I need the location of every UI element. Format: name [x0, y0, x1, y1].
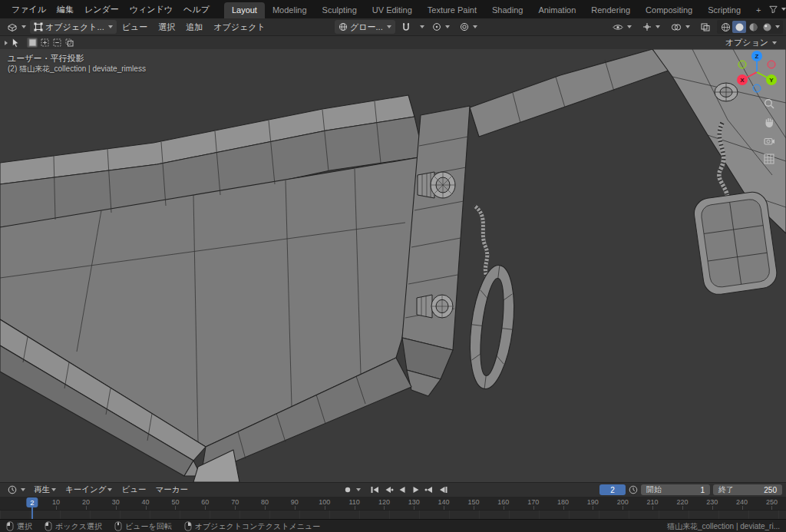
overlays-toggle[interactable]: [667, 20, 694, 34]
ruler-tick-mark: [652, 506, 653, 510]
navigation-gizmo[interactable]: Z X Y: [735, 49, 778, 95]
camera-view-button[interactable]: [762, 134, 776, 147]
current-frame-field[interactable]: 2: [599, 484, 626, 495]
topbar-menu[interactable]: ファイル: [6, 0, 51, 18]
select-mode-subtract-button[interactable]: [51, 38, 62, 48]
workspace-tab[interactable]: Layout: [224, 2, 265, 18]
playhead-line[interactable]: [31, 507, 33, 519]
filter-icon: [768, 5, 778, 14]
tool-settings-bar: オプション: [0, 36, 786, 49]
workspace-tab[interactable]: Sculpting: [315, 2, 365, 18]
chevron-down-icon: [108, 25, 113, 28]
workspace-tab[interactable]: Rendering: [583, 2, 638, 18]
jump-to-end-button[interactable]: [437, 484, 450, 496]
orthographic-toggle-button[interactable]: [762, 152, 776, 166]
timeline-editor-type-button[interactable]: [4, 484, 29, 496]
ruler-tick-mark: [146, 506, 147, 510]
snap-toggle[interactable]: [398, 20, 414, 34]
gizmo-neg-z-ball[interactable]: [753, 84, 761, 92]
timeline-ruler[interactable]: 2 10203040506070809010011012013014015016…: [0, 496, 786, 510]
gizmo-neg-y-ball[interactable]: [738, 61, 746, 68]
statusbar-hint-label: オブジェクトコンテクストメニュー: [195, 521, 321, 532]
topbar-menu[interactable]: 編集: [51, 0, 79, 18]
gizmo-icon: [642, 22, 652, 31]
shading-material-button[interactable]: [746, 21, 760, 33]
topbar-menu[interactable]: ウィンドウ: [124, 0, 178, 18]
timeline-menu[interactable]: キーイング: [61, 484, 117, 495]
end-frame-label: 終了: [718, 484, 734, 495]
toolbar-expand-icon[interactable]: [5, 41, 8, 45]
end-frame-field[interactable]: 終了 250: [713, 484, 782, 495]
workspace-tab[interactable]: Animation: [530, 2, 583, 18]
glasses-wireframe-model: [0, 49, 786, 482]
select-set-icon: [28, 38, 37, 47]
object-visibility-dropdown[interactable]: [609, 20, 636, 34]
workspace-tab[interactable]: +: [748, 2, 768, 18]
statusbar-hint: ビューを回転: [114, 521, 172, 532]
ruler-frame-label: 120: [378, 498, 390, 506]
proportional-edit-dropdown[interactable]: [456, 20, 481, 34]
snap-settings-dropdown[interactable]: [417, 20, 426, 34]
options-dropdown[interactable]: オプション: [721, 37, 781, 48]
overlays-icon: [671, 23, 682, 31]
previous-keyframe-button[interactable]: [381, 484, 395, 496]
active-tool-cursor-icon[interactable]: [12, 38, 20, 48]
ruler-frame-label: 190: [587, 498, 599, 506]
timeline-menu[interactable]: 再生: [29, 484, 61, 495]
start-frame-field[interactable]: 開始 1: [641, 484, 710, 495]
xray-icon: [701, 23, 710, 31]
workspace-tab[interactable]: Shading: [484, 2, 530, 18]
timeline-menu[interactable]: マーカー: [150, 484, 193, 495]
viewport-menu[interactable]: オブジェクト: [208, 18, 271, 35]
select-mode-intersect-button[interactable]: [64, 38, 74, 48]
shading-rendered-button[interactable]: [760, 21, 774, 33]
chevron-down-icon: [775, 25, 780, 28]
auto-keying-toggle[interactable]: [341, 484, 354, 496]
next-keyframe-button[interactable]: [423, 484, 436, 496]
record-dot-icon: [344, 486, 352, 494]
ruler-tick-mark: [175, 506, 176, 510]
jump-to-start-button[interactable]: [368, 484, 381, 496]
topbar-menu[interactable]: ヘルプ: [178, 0, 215, 18]
gizmos-toggle[interactable]: [639, 20, 664, 34]
workspace-tab[interactable]: Compositing: [638, 2, 700, 18]
play-reverse-button[interactable]: [395, 484, 408, 496]
viewport-3d[interactable]: ユーザー・平行投影 (2) 猫山来花_collection | deviate_…: [0, 49, 786, 482]
viewport-menu[interactable]: ビュー: [117, 18, 154, 35]
editor-type-button[interactable]: [3, 20, 30, 34]
select-mode-buttons: [27, 38, 74, 48]
mode-selector[interactable]: オブジェクト...: [30, 20, 117, 34]
playback-sync-icon[interactable]: [629, 485, 638, 494]
workspace-tab[interactable]: Scripting: [700, 2, 748, 18]
workspace-tab[interactable]: Modeling: [265, 2, 315, 18]
shading-wireframe-button[interactable]: [718, 21, 732, 33]
magnifier-icon: [764, 98, 775, 110]
workspace-tab[interactable]: Texture Paint: [420, 2, 484, 18]
gizmo-neg-x-ball[interactable]: [768, 61, 775, 68]
timeline-menu[interactable]: ビュー: [117, 484, 150, 495]
viewport-menu[interactable]: 追加: [180, 18, 208, 35]
xray-toggle[interactable]: [697, 20, 714, 34]
viewport-menu[interactable]: 選択: [153, 18, 180, 35]
pivot-point-dropdown[interactable]: [428, 20, 454, 34]
ruler-frame-label: 130: [408, 498, 420, 506]
gizmo-x-label: X: [740, 77, 745, 84]
active-tool-filter-button[interactable]: [768, 5, 786, 14]
topbar-menu[interactable]: レンダー: [79, 0, 124, 18]
select-intersect-icon: [65, 38, 74, 47]
grid-icon: [764, 154, 774, 164]
ruler-tick-mark: [86, 506, 87, 510]
shading-solid-button[interactable]: [732, 21, 746, 33]
zoom-button[interactable]: [762, 97, 776, 111]
visibility-icon: [613, 23, 623, 31]
view-name-overlay: ユーザー・平行投影: [8, 53, 84, 64]
ruler-frame-label: 150: [467, 498, 479, 506]
workspace-tab[interactable]: UV Editing: [365, 2, 420, 18]
ruler-frame-label: 240: [736, 498, 748, 506]
chevron-down-icon: [445, 25, 450, 28]
play-button[interactable]: [409, 484, 422, 496]
transform-orientation-dropdown[interactable]: グロー...: [335, 20, 395, 34]
select-mode-extend-button[interactable]: [39, 38, 50, 48]
pan-button[interactable]: [762, 115, 776, 129]
select-mode-set-button[interactable]: [27, 38, 38, 48]
